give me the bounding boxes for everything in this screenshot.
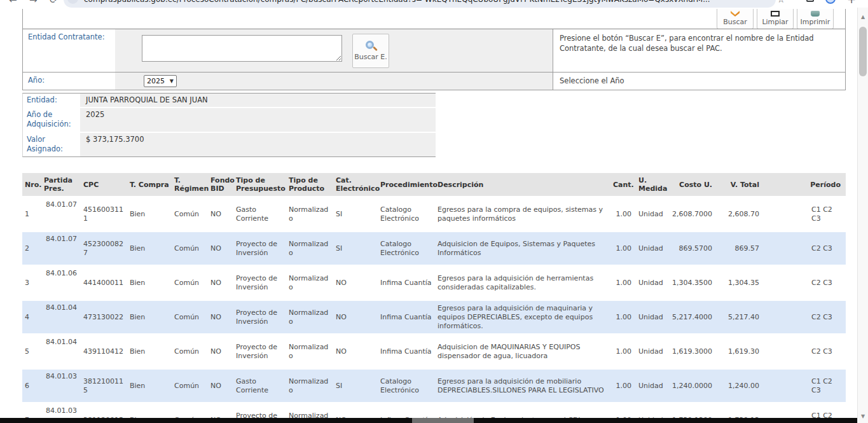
cell-tipo_presupuesto: Gasto Corriente [233, 198, 286, 230]
cell-u_medida: Unidad [636, 301, 668, 333]
table-row: 384.01.06441400011BienComúnNOProyecto de… [22, 267, 846, 299]
entidad-contratante-label: Entidad Contratante: [23, 29, 115, 72]
cell-tipo_producto: Normalizado [286, 198, 333, 230]
cell-procedimiento: Catalogo Electrónico [378, 370, 435, 402]
reload-icon[interactable]: ⟳ [50, 0, 58, 6]
anio-input-cell: 2025 ▼ [115, 73, 553, 90]
cell-t_compra: Bien [127, 198, 172, 230]
back-icon[interactable]: ← [9, 0, 17, 6]
cell-t_compra: Bien [127, 370, 172, 402]
table-row: 584.01.04439110412BienComúnNOProyecto de… [22, 335, 846, 368]
cell-descripcion: Egresos para la adquisición de mobiliari… [435, 370, 610, 402]
spacer [22, 157, 846, 171]
cell-v_total: 1,304.35 [719, 267, 766, 299]
bookmark-star-icon[interactable]: ☆ [777, 0, 785, 4]
info-row: Entidad:JUNTA PARROQUIAL DE SAN JUAN [23, 94, 436, 107]
side-panel-icon[interactable] [806, 0, 814, 2]
entidad-help-cell: Presione el botón “Buscar E”, para encon… [553, 29, 845, 72]
buscar-button[interactable]: Buscar [717, 9, 754, 29]
anio-select[interactable]: 2025 ▼ [144, 75, 177, 87]
column-header: U. Medida [636, 173, 668, 196]
info-label: Entidad: [23, 94, 80, 107]
cell-partida: 84.01.07 [41, 232, 81, 265]
periodo-value: C2 C3 [811, 244, 841, 253]
cell-cpc: 4516003111 [81, 198, 127, 230]
cell-partida: 84.01.04 [41, 335, 81, 368]
cell-nro: 3 [22, 267, 41, 299]
cell-t_regimen: Común [172, 370, 208, 402]
cell-procedimiento: Catalogo Electrónico [378, 198, 435, 230]
cell-procedimiento: Infima Cuantía [378, 335, 435, 368]
entidad-input-cell: Buscar E. [115, 29, 553, 72]
cell-fondo_bid: NO [208, 370, 233, 402]
entidad-contratante-input[interactable] [142, 35, 342, 62]
buscar-e-button[interactable]: Buscar E. [352, 34, 389, 68]
cell-tipo_producto: Normalizado [286, 301, 333, 333]
cell-t_regimen: Común [172, 301, 208, 333]
cell-descripcion: Egresos para la adquisición de maquinari… [435, 301, 610, 333]
pac-table: Nro.Partida Pres.CPCT. CompraT. RégimenF… [22, 171, 846, 423]
limpiar-button-label: Limpiar [762, 18, 788, 26]
cell-cpc: 441400011 [81, 267, 127, 299]
url-text[interactable]: compraspublicas.gob.ec/ProcesoContrataci… [84, 0, 758, 4]
cell-nro: 1 [22, 198, 41, 230]
pac-table-header-row: Nro.Partida Pres.CPCT. CompraT. RégimenF… [22, 173, 846, 196]
cell-periodo: C2 C3 [766, 232, 846, 265]
anio-label: Año: [23, 73, 115, 90]
scrollbar-thumb[interactable] [859, 27, 867, 76]
limpiar-button[interactable]: Limpiar [757, 9, 794, 29]
cell-descripcion: Adquisicion de Equipos, Sistemas y Paque… [435, 232, 610, 265]
cell-cat_electronico: SI [333, 232, 378, 265]
cell-t_compra: Bien [127, 267, 172, 299]
imprimir-button[interactable]: Imprimir [797, 9, 834, 29]
cell-costo_u: 2,608.7000 [668, 198, 719, 230]
anio-help-cell: Seleccione el Año [553, 73, 845, 90]
cell-fondo_bid: NO [208, 232, 233, 265]
cell-tipo_producto: Normalizado [286, 232, 333, 265]
column-header: V. Total [719, 173, 766, 196]
anio-row: Año: 2025 ▼ Seleccione el Año [23, 73, 845, 90]
cell-t_compra: Bien [127, 232, 172, 265]
forward-icon[interactable]: → [29, 0, 38, 6]
cell-procedimiento: Infima Cuantía [378, 301, 435, 333]
cell-v_total: 1,619.30 [719, 335, 766, 368]
vertical-scrollbar[interactable]: ▲ ▼ [857, 8, 868, 423]
cell-costo_u: 1,240.0000 [668, 370, 719, 402]
cell-partida: 84.01.06 [41, 267, 81, 299]
magnifier-icon [366, 41, 376, 52]
column-header: Cant. [610, 173, 636, 196]
cell-fondo_bid: NO [208, 301, 233, 333]
column-header: Fondo BID [208, 173, 233, 196]
anio-selected-value: 2025 [147, 77, 165, 85]
cell-cant: 1.00 [610, 301, 636, 333]
cell-t_regimen: Común [172, 335, 208, 368]
cell-periodo: C2 C3 [766, 301, 846, 333]
cell-cpc: 473130022 [81, 301, 127, 333]
scroll-down-icon[interactable]: ▼ [858, 413, 868, 419]
cell-costo_u: 5,217.4000 [668, 301, 719, 333]
cell-partida: 84.01.03 [41, 370, 81, 402]
cell-periodo: C1 C2 C3 [766, 370, 846, 402]
cell-descripcion: Egresos para la compra de equipos, siste… [435, 198, 610, 230]
periodo-value: C2 C3 [811, 347, 841, 356]
cell-periodo: C2 C3 [766, 335, 846, 368]
cell-costo_u: 869.5700 [668, 232, 719, 265]
periodo-value: C2 C3 [811, 313, 841, 322]
periodo-value: C2 C3 [811, 279, 841, 288]
table-row: 684.01.033812100115BienComúnNOGasto Corr… [22, 370, 846, 402]
profile-avatar[interactable] [825, 0, 836, 4]
cell-nro: 4 [22, 301, 41, 333]
info-row: Valor Asignado:$ 373,175.3700 [23, 133, 436, 156]
browser-menu-icon[interactable]: + [847, 0, 856, 6]
cell-cant: 1.00 [610, 198, 636, 230]
column-header: Período [766, 173, 846, 196]
table-row: 184.01.074516003111BienComúnNOGasto Corr… [22, 198, 846, 230]
cell-tipo_presupuesto: Proyecto de Inversión [233, 335, 286, 368]
periodo-value: C1 C2 C3 [811, 205, 841, 223]
cell-costo_u: 1,619.3000 [668, 335, 719, 368]
cell-tipo_presupuesto: Gasto Corriente [233, 370, 286, 402]
cell-fondo_bid: NO [208, 335, 233, 368]
bottom-bar [0, 418, 857, 423]
scroll-up-icon[interactable]: ▲ [858, 14, 868, 20]
cell-v_total: 5,217.40 [719, 301, 766, 333]
